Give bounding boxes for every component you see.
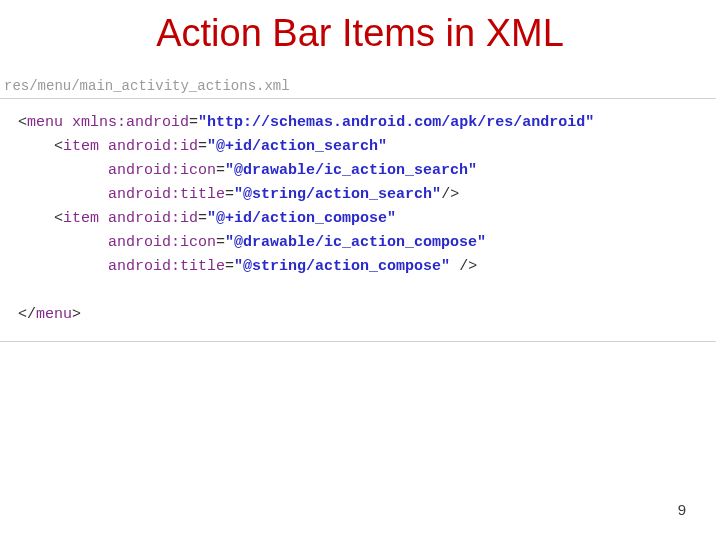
slide-title: Action Bar Items in XML [0, 12, 720, 55]
code-line-3: android:icon="@drawable/ic_action_search… [0, 162, 477, 179]
attr-id: android:id [108, 138, 198, 155]
code-line-2: <item android:id="@+id/action_search" [0, 138, 387, 155]
angle-close-open: </ [18, 306, 36, 323]
code-line-6: android:icon="@drawable/ic_action_compos… [0, 234, 486, 251]
code-line-4: android:title="@string/action_search"/> [0, 186, 459, 203]
equals: = [225, 258, 234, 275]
tag-menu: menu [27, 114, 72, 131]
val-xmlns: "http://schemas.android.com/apk/res/andr… [198, 114, 594, 131]
attr-id: android:id [108, 210, 198, 227]
val-title-search: "@string/action_search" [234, 186, 441, 203]
equals: = [189, 114, 198, 131]
val-id-compose: "@+id/action_compose" [207, 210, 396, 227]
angle-open: < [18, 114, 27, 131]
xml-code-block: <menu xmlns:android="http://schemas.andr… [0, 98, 716, 342]
code-line-7: android:title="@string/action_compose" /… [0, 258, 477, 275]
val-icon-search: "@drawable/ic_action_search" [225, 162, 477, 179]
self-close: /> [459, 258, 477, 275]
attr-title: android:title [108, 258, 225, 275]
attr-xmlns: xmlns:android [72, 114, 189, 131]
tag-item: item [63, 210, 108, 227]
code-line-1: <menu xmlns:android="http://schemas.andr… [0, 114, 594, 131]
attr-icon: android:icon [108, 234, 216, 251]
tag-menu-close: menu [36, 306, 72, 323]
angle-open: < [54, 138, 63, 155]
trailing-space [450, 258, 459, 275]
file-path-label: res/menu/main_activity_actions.xml [4, 78, 290, 94]
code-line-5: <item android:id="@+id/action_compose" [0, 210, 396, 227]
val-icon-compose: "@drawable/ic_action_compose" [225, 234, 486, 251]
equals: = [198, 210, 207, 227]
tag-item: item [63, 138, 108, 155]
page-number: 9 [678, 501, 686, 518]
equals: = [198, 138, 207, 155]
attr-icon: android:icon [108, 162, 216, 179]
equals: = [216, 234, 225, 251]
val-title-compose: "@string/action_compose" [234, 258, 450, 275]
equals: = [216, 162, 225, 179]
equals: = [225, 186, 234, 203]
self-close: /> [441, 186, 459, 203]
angle-open: < [54, 210, 63, 227]
val-id-search: "@+id/action_search" [207, 138, 387, 155]
attr-title: android:title [108, 186, 225, 203]
angle-close: > [72, 306, 81, 323]
code-line-8: </menu> [0, 306, 81, 323]
